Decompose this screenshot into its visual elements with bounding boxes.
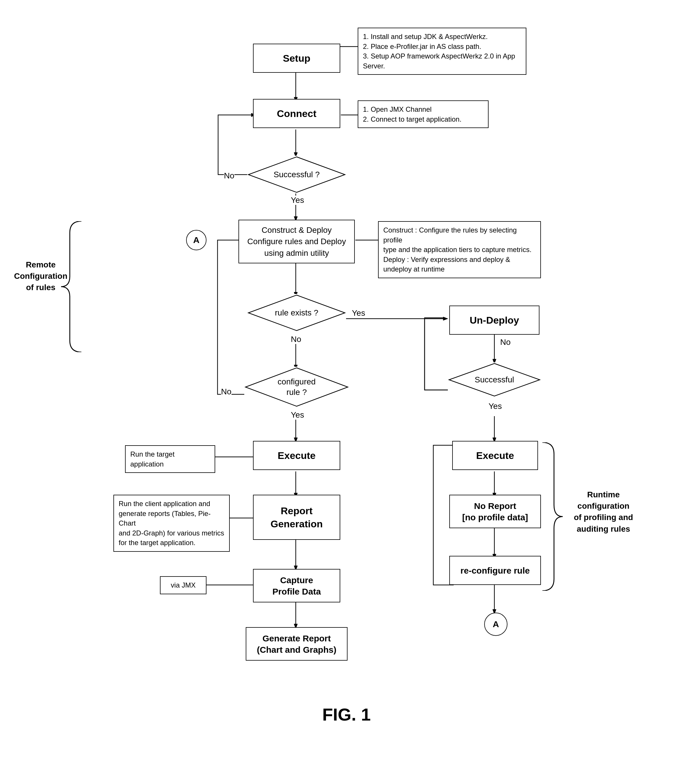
remote-config-label: Remote Configuration of rules <box>11 259 70 293</box>
successful1-diamond: Successful ? <box>247 156 346 194</box>
runtime-config-label: Runtime configuration of profiling and a… <box>567 489 640 535</box>
circle-a-bottom: A <box>484 613 507 636</box>
capture-profile-box: Capture Profile Data <box>253 569 340 603</box>
yes1-label: Yes <box>291 196 304 205</box>
no-rule-label: No <box>291 335 301 344</box>
connect-note: 1. Open JMX Channel 2. Connect to target… <box>358 100 489 128</box>
configured-rule-diamond: configured rule ? <box>244 367 349 407</box>
execute2-box: Execute <box>452 441 538 470</box>
setup-box: Setup <box>253 44 340 73</box>
flowchart-diagram: Setup Connect Successful ? Yes No Constr… <box>0 0 693 742</box>
via-jmx-note: via JMX <box>160 576 207 594</box>
svg-marker-10 <box>443 317 448 320</box>
yes-configured-label: Yes <box>291 410 304 420</box>
construct-deploy-box: Construct & Deploy Configure rules and D… <box>238 220 355 264</box>
no-configured-label: No <box>221 387 232 396</box>
no-undeploy-label: No <box>500 338 511 347</box>
fig-title: FIG. 1 <box>0 705 693 725</box>
report-generation-box: Report Generation <box>253 495 340 540</box>
execute1-box: Execute <box>253 441 340 470</box>
undeploy-box: Un-Deploy <box>449 306 539 335</box>
runtime-config-brace <box>539 442 568 591</box>
connect-box: Connect <box>253 99 340 128</box>
successful2-diamond: Successful <box>448 362 541 397</box>
no1-label: No <box>224 171 235 180</box>
generate-report-box: Generate Report (Chart and Graphs) <box>246 627 348 660</box>
yes-rule-label: Yes <box>352 308 365 318</box>
circle-a-top: A <box>186 230 207 250</box>
run-client-note: Run the client application and generate … <box>113 495 230 552</box>
construct-note: Construct : Configure the rules by selec… <box>378 221 541 278</box>
run-target-note: Run the target application <box>125 445 215 473</box>
reconfigure-box: re-configure rule <box>449 556 541 585</box>
rule-exists-diamond: rule exists ? <box>247 294 346 332</box>
setup-note: 1. Install and setup JDK & AspectWerkz. … <box>358 28 526 75</box>
no-report-box: No Report [no profile data] <box>449 495 541 528</box>
yes2-label: Yes <box>489 402 502 411</box>
